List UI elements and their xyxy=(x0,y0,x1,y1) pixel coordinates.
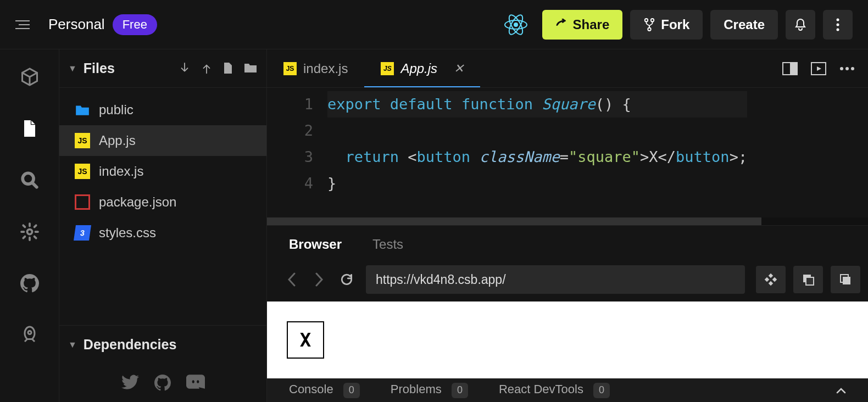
topbar: Personal Free Share Fork Create xyxy=(0,0,868,49)
file-row-styles-css[interactable]: 3 styles.css xyxy=(59,217,266,248)
create-label: Create xyxy=(724,17,765,32)
workspace-name[interactable]: Personal xyxy=(48,16,105,33)
menu-icon[interactable] xyxy=(15,16,33,34)
svg-point-0 xyxy=(514,23,518,27)
new-folder-icon[interactable] xyxy=(243,62,258,76)
deploy-icon[interactable] xyxy=(19,324,41,346)
file-row-app-js[interactable]: JS App.js xyxy=(59,125,266,156)
tab-label: index.js xyxy=(303,61,348,76)
file-tree: public JS App.js JS index.js package.jso… xyxy=(59,88,266,255)
url-input[interactable] xyxy=(366,265,745,294)
close-icon[interactable]: ✕ xyxy=(454,62,464,76)
file-label: package.json xyxy=(99,194,176,210)
forward-icon[interactable] xyxy=(311,271,327,288)
status-count: 0 xyxy=(593,383,610,398)
open-window-icon[interactable] xyxy=(831,266,860,293)
activity-rail xyxy=(0,49,59,402)
sidebar: ▼ Files pu xyxy=(59,49,267,402)
svg-rect-24 xyxy=(806,277,814,285)
svg-rect-25 xyxy=(843,277,850,284)
tab-index-js[interactable]: JS index.js xyxy=(267,49,364,87)
code-content: export default function Square() { retur… xyxy=(327,91,747,217)
preview-tab-tests[interactable]: Tests xyxy=(372,237,403,252)
square-button[interactable]: X xyxy=(287,321,324,359)
status-count: 0 xyxy=(343,383,360,398)
preview-pane: Browser Tests xyxy=(267,225,868,402)
twitter-icon[interactable] xyxy=(121,375,139,391)
github-icon[interactable] xyxy=(19,272,41,294)
search-icon[interactable] xyxy=(19,169,41,191)
status-count: 0 xyxy=(452,383,468,398)
preview-icon[interactable] xyxy=(811,62,826,75)
svg-point-4 xyxy=(645,19,648,22)
github-icon[interactable] xyxy=(154,375,171,391)
file-label: index.js xyxy=(99,164,143,179)
status-console[interactable]: Console 0 xyxy=(289,382,360,398)
svg-point-11 xyxy=(27,230,32,235)
fork-button[interactable]: Fork xyxy=(630,10,703,40)
bell-icon xyxy=(794,18,807,32)
sandbox-icon[interactable] xyxy=(19,66,41,88)
notifications-button[interactable] xyxy=(786,10,815,40)
line-number: 3 xyxy=(267,144,313,170)
svg-point-6 xyxy=(648,27,652,31)
split-editor-icon[interactable] xyxy=(782,62,798,75)
svg-rect-19 xyxy=(769,273,773,278)
svg-point-5 xyxy=(651,19,654,22)
js-icon: JS xyxy=(75,164,90,179)
preview-tab-browser[interactable]: Browser xyxy=(289,237,342,252)
more-icon[interactable] xyxy=(839,66,855,71)
js-icon: JS xyxy=(75,133,90,148)
file-label: public xyxy=(99,102,133,118)
download-icon[interactable] xyxy=(179,62,191,76)
code-editor[interactable]: 1 2 3 4 export default function Square()… xyxy=(267,88,868,217)
share-button[interactable]: Share xyxy=(542,10,623,40)
svg-point-16 xyxy=(840,67,843,70)
browser-bar xyxy=(267,261,868,302)
back-icon[interactable] xyxy=(283,271,300,288)
share-arrow-icon xyxy=(555,19,567,31)
svg-point-12 xyxy=(28,331,31,334)
svg-rect-22 xyxy=(769,281,773,286)
copy-icon[interactable] xyxy=(793,266,823,293)
deps-panel-header[interactable]: ▼ Dependencies xyxy=(59,325,266,364)
chevron-down-icon: ▼ xyxy=(68,64,77,74)
kebab-icon xyxy=(836,18,839,31)
create-button[interactable]: Create xyxy=(710,10,778,40)
files-panel-header[interactable]: ▼ Files xyxy=(59,49,266,88)
horizontal-scrollbar[interactable] xyxy=(267,217,868,225)
layout-grid-icon[interactable] xyxy=(756,266,786,293)
chevron-up-icon[interactable] xyxy=(836,387,846,394)
upload-icon[interactable] xyxy=(201,62,213,76)
new-file-icon[interactable] xyxy=(222,62,233,76)
svg-point-18 xyxy=(851,67,854,70)
file-icon[interactable] xyxy=(19,118,41,139)
tabbar: JS index.js JS App.js ✕ xyxy=(267,49,868,88)
status-devtools[interactable]: React DevTools 0 xyxy=(499,382,610,398)
css-icon: 3 xyxy=(74,225,91,241)
file-label: App.js xyxy=(99,133,136,148)
file-row-index-js[interactable]: JS index.js xyxy=(59,156,266,187)
line-number: 1 xyxy=(267,91,313,118)
tab-app-js[interactable]: JS App.js ✕ xyxy=(364,49,480,87)
discord-icon[interactable] xyxy=(186,375,205,391)
svg-rect-14 xyxy=(790,63,797,75)
status-problems[interactable]: Problems 0 xyxy=(391,382,468,398)
file-row-public[interactable]: public xyxy=(59,94,266,125)
svg-point-9 xyxy=(837,28,839,31)
svg-point-8 xyxy=(837,23,839,26)
more-menu-button[interactable] xyxy=(823,10,853,40)
line-number: 4 xyxy=(267,170,313,197)
plan-badge[interactable]: Free xyxy=(113,14,157,35)
status-label: Console xyxy=(289,382,333,396)
settings-icon[interactable] xyxy=(19,221,41,243)
js-icon: JS xyxy=(283,62,297,75)
status-label: Problems xyxy=(391,382,442,396)
file-row-package-json[interactable]: package.json xyxy=(59,187,266,217)
gutter: 1 2 3 4 xyxy=(267,91,327,217)
reload-icon[interactable] xyxy=(338,271,355,288)
svg-point-7 xyxy=(837,18,839,21)
npm-icon xyxy=(75,194,90,210)
deps-title: Dependencies xyxy=(84,337,177,353)
chevron-down-icon: ▼ xyxy=(68,340,77,350)
